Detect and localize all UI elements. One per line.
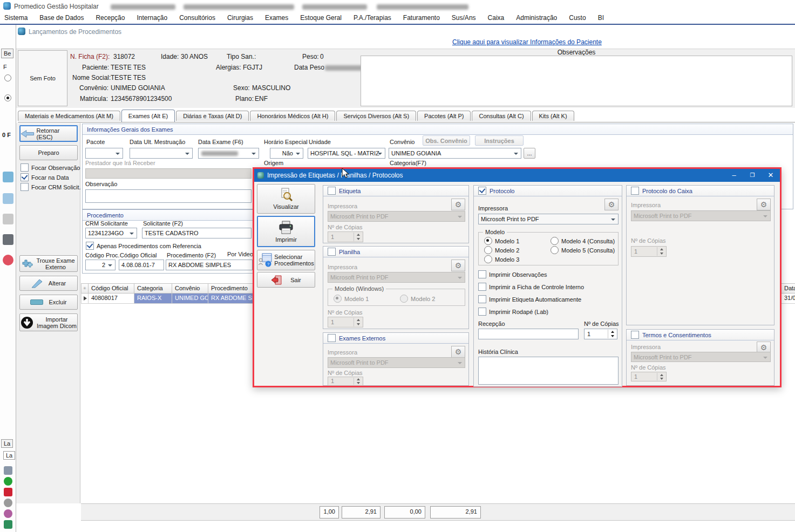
dialog-close-button[interactable]: ✕	[762, 169, 780, 182]
visualizar-button[interactable]: Visualizar	[257, 184, 315, 214]
dialog-minimize-button[interactable]: –	[725, 169, 743, 182]
termos-copies-spinner[interactable]: 1	[631, 372, 667, 381]
instrucoes-button[interactable]: Instruções	[475, 135, 524, 146]
exames-externos-checkbox[interactable]	[328, 334, 336, 342]
tab-pacotes[interactable]: Pacotes (Alt P)	[417, 111, 471, 121]
protocolo-caixa-printer-settings-button[interactable]: ⚙	[757, 199, 771, 210]
menu-caixa[interactable]: Caixa	[488, 14, 505, 22]
grid-col-codigo[interactable]: Código Oficial	[89, 283, 134, 294]
codigo-proc-select[interactable]: 2	[85, 260, 115, 270]
preparo-button[interactable]: Preparo	[19, 145, 78, 160]
observacao-input[interactable]	[85, 189, 252, 203]
menu-estoque-geral[interactable]: Estoque Geral	[300, 14, 342, 22]
menu-exames[interactable]: Exames	[265, 14, 288, 22]
edge-icon[interactable]	[4, 477, 12, 486]
protocolo-modelo4-radio[interactable]: Modelo 4 (Consulta)	[551, 237, 615, 245]
prestador-input[interactable]	[85, 168, 252, 179]
alterar-button[interactable]: Alterar	[19, 276, 78, 291]
grid-col-convenio[interactable]: Convênio	[172, 283, 208, 294]
edge-icon[interactable]	[4, 488, 12, 496]
menu-custo[interactable]: Custo	[569, 14, 586, 22]
importar-dicom-button[interactable]: ImportarImagem Dicom	[19, 313, 78, 331]
patient-info-link[interactable]: Clique aqui para visualizar Informações …	[452, 38, 602, 46]
dialog-titlebar[interactable]: Impressão de Etiquetas / Planilhas / Pro…	[254, 169, 780, 182]
recepcao-input[interactable]	[478, 329, 579, 339]
planilha-modelo1-radio[interactable]: Modelo 1	[334, 295, 369, 303]
selecionar-procedimentos-button[interactable]: ? SelecionarProcedimentos	[257, 250, 315, 270]
grid-col-data[interactable]: Data	[782, 283, 795, 294]
imprimir-button[interactable]: Imprimir	[257, 216, 315, 247]
retornar-button[interactable]: Retornar (ESC)	[19, 125, 78, 142]
imprimir-etiqueta-auto-checkbox[interactable]: Imprimir Etiqueta Automaticamente	[478, 295, 581, 303]
planilha-printer-settings-button[interactable]: ⚙	[451, 260, 465, 271]
obs-convenio-button[interactable]: Obs. Convênio	[423, 135, 470, 146]
excluir-button[interactable]: Excluir	[19, 295, 78, 310]
menu-pa-terapias[interactable]: P.A./Terapias	[354, 14, 391, 22]
exames-externos-printer-settings-button[interactable]: ⚙	[451, 346, 465, 358]
dialog-maximize-button[interactable]: ❐	[743, 169, 762, 182]
protocolo-copies-spinner[interactable]: 1	[584, 329, 617, 339]
edge-icon[interactable]	[4, 466, 12, 475]
imprimir-rodape-checkbox[interactable]: Imprimir Rodapé (Lab)	[478, 308, 548, 316]
etiqueta-checkbox[interactable]	[328, 187, 336, 195]
menu-cirurgias[interactable]: Cirurgias	[227, 14, 253, 22]
protocolo-modelo5-radio[interactable]: Modelo 5 (Consulta)	[551, 246, 615, 254]
focar-observacao-checkbox[interactable]: Focar Observação	[21, 163, 80, 172]
convenio-select[interactable]: UNIMED GOIANIA	[389, 148, 521, 159]
data-ult-select[interactable]	[130, 148, 193, 159]
protocolo-printer-settings-button[interactable]: ⚙	[604, 199, 619, 210]
imprimir-ficha-checkbox[interactable]: Imprimir a Ficha de Controle Interno	[478, 283, 584, 291]
convenio-more-button[interactable]: ...	[524, 148, 535, 159]
unidade-select[interactable]: HOSPITAL SQL - MATRIZ	[308, 148, 385, 159]
edge-icon[interactable]	[3, 193, 13, 204]
tab-exames[interactable]: Exames (Alt E)	[121, 110, 175, 122]
protocolo-modelo1-radio[interactable]: Modelo 1	[484, 237, 519, 245]
edge-icon[interactable]	[3, 214, 13, 224]
planilha-modelo2-radio[interactable]: Modelo 2	[400, 295, 435, 303]
menu-consultorios[interactable]: Consultórios	[179, 14, 215, 22]
tab-honorarios[interactable]: Honorários Médicos (Alt H)	[250, 111, 335, 121]
tab-materiais[interactable]: Materiais e Medicamentos (Alt M)	[18, 111, 120, 121]
imprimir-observacoes-checkbox[interactable]: Imprimir Observações	[478, 270, 547, 278]
tab-servicos[interactable]: Serviços Diversos (Alt S)	[336, 111, 416, 121]
procedimento-input[interactable]: RX ABDOME SIMPLES	[166, 260, 253, 270]
focar-crm-checkbox[interactable]: Focar CRM Solicit.	[21, 183, 81, 191]
edge-icon[interactable]	[4, 520, 12, 529]
protocolo-checkbox[interactable]	[478, 187, 486, 195]
etiqueta-printer-settings-button[interactable]: ⚙	[451, 199, 465, 210]
protocolo-caixa-printer-select[interactable]: Microsoft Print to PDF	[631, 210, 771, 221]
exames-externos-copies-spinner[interactable]: 1	[328, 377, 363, 386]
tab-diarias[interactable]: Diárias e Taxas (Alt D)	[176, 111, 249, 121]
menu-sus-ans[interactable]: Sus/Ans	[452, 14, 476, 22]
sair-button[interactable]: Sair	[257, 272, 315, 288]
edge-icon[interactable]	[3, 234, 13, 245]
edge-icon[interactable]	[4, 509, 12, 518]
edge-icon[interactable]	[3, 172, 13, 182]
exames-externos-printer-select[interactable]: Microsoft Print to PDF	[328, 357, 465, 368]
menu-sistema[interactable]: Sistema	[4, 14, 28, 22]
tab-consultas[interactable]: Consultas (Alt C)	[472, 111, 531, 121]
planilha-copies-spinner[interactable]: 1	[328, 317, 363, 328]
etiqueta-printer-select[interactable]: Microsoft Print to PDF	[328, 211, 465, 222]
crm-solicitante-select[interactable]: 12341234GO	[85, 228, 137, 238]
menu-administracao[interactable]: Administração	[516, 14, 557, 22]
historia-clinica-textarea[interactable]	[478, 357, 619, 385]
menu-base-de-dados[interactable]: Base de Dados	[39, 14, 84, 22]
planilha-checkbox[interactable]	[328, 248, 336, 256]
apenas-referencia-checkbox[interactable]: Apenas Procedimentos com Referencia	[86, 242, 201, 250]
pacote-select[interactable]	[85, 148, 123, 159]
protocolo-caixa-checkbox[interactable]	[631, 187, 639, 195]
termos-printer-select[interactable]: Microsoft Print to PDF	[631, 352, 771, 362]
protocolo-modelo3-radio[interactable]: Modelo 3	[484, 255, 519, 263]
data-exame-select[interactable]	[198, 148, 259, 159]
observacoes-box[interactable]	[361, 56, 792, 106]
protocolo-printer-select[interactable]: Microsoft Print to PDF	[478, 214, 619, 224]
focar-na-data-checkbox[interactable]: Focar na Data	[21, 173, 69, 181]
edge-radio[interactable]	[4, 94, 11, 101]
edge-radio[interactable]	[4, 74, 11, 81]
menu-faturamento[interactable]: Faturamento	[403, 14, 440, 22]
protocolo-modelo2-radio[interactable]: Modelo 2	[484, 246, 519, 254]
menu-recepcao[interactable]: Recepção	[96, 14, 125, 22]
protocolo-caixa-copies-spinner[interactable]: 1	[631, 246, 667, 257]
etiqueta-copies-spinner[interactable]: 1	[328, 231, 363, 242]
